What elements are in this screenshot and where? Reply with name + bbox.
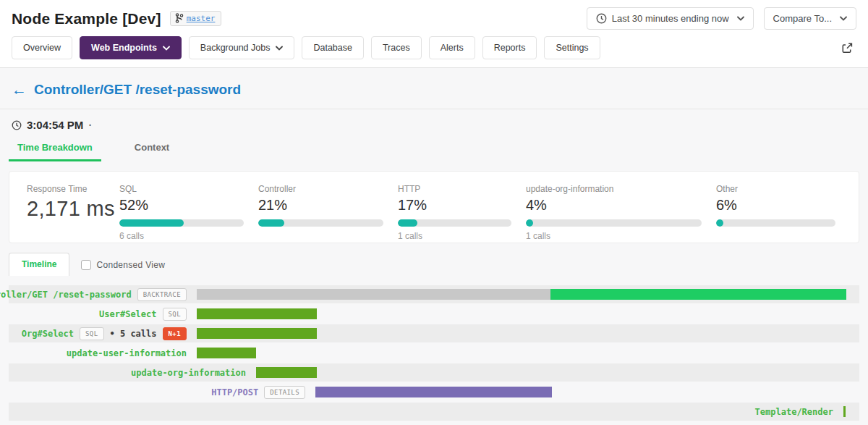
backtrace-badge[interactable]: BACKTRACE: [137, 288, 187, 301]
condensed-view-toggle[interactable]: Condensed View: [81, 260, 165, 270]
timeline-row: Template/Render: [9, 403, 859, 421]
metric-percent: 52%: [119, 197, 244, 214]
metric-percent: 17%: [398, 197, 511, 214]
metric-calls: 1 calls: [526, 231, 702, 241]
timeline-bar-segment[interactable]: [256, 367, 317, 378]
nav-tab-traces[interactable]: Traces: [371, 36, 422, 59]
nav-tab-label: Alerts: [441, 43, 464, 53]
timeline-row-labels: HTTP/POSTDETAILS: [211, 383, 305, 401]
nav-tab-web-endpoints[interactable]: Web Endpoints: [80, 36, 182, 59]
metric-bar-fill: [119, 219, 184, 227]
timeline-row-labels: User#SelectSQL: [99, 305, 187, 323]
timeline-bar-segment[interactable]: [315, 387, 552, 397]
timeline-row: update-user-information: [9, 344, 859, 362]
span-label: HTTP/POST: [211, 387, 258, 397]
condensed-view-label: Condensed View: [96, 260, 165, 270]
timeline-row-labels: Org#SelectSQL• 5 callsN+1: [22, 324, 187, 342]
nav-tab-background-jobs[interactable]: Background Jobs: [189, 36, 295, 59]
response-time-metric: Response Time 2,171 ms: [18, 184, 119, 232]
sql-badge[interactable]: SQL: [80, 327, 103, 340]
timeline-bar-segment[interactable]: [550, 289, 846, 300]
metric-sql: SQL52%6 calls: [119, 184, 258, 232]
nav-tab-label: Reports: [494, 43, 526, 53]
tab-time-breakdown[interactable]: Time Breakdown: [9, 142, 101, 161]
metric-bar-fill: [716, 219, 723, 227]
timeline-row: update-org-information: [9, 363, 859, 382]
metric-label: Controller: [258, 184, 383, 194]
metric-calls: 1 calls: [398, 231, 511, 241]
metric-calls: 6 calls: [119, 231, 244, 241]
metric-bar-fill: [398, 219, 417, 227]
metric-bar-track: [398, 219, 511, 227]
sql-badge[interactable]: SQL: [163, 308, 187, 321]
tab-context[interactable]: Context: [126, 142, 178, 161]
trace-tabs: Time BreakdownContext: [9, 142, 856, 161]
metric-percent: 4%: [526, 197, 702, 214]
timeline-bar-segment[interactable]: [197, 348, 256, 358]
primary-nav: OverviewWeb EndpointsBackground JobsData…: [12, 36, 600, 59]
timeline-bar-segment[interactable]: [197, 289, 550, 300]
timeline-row-labels: update-org-information: [131, 363, 246, 382]
timeline-bar-segment[interactable]: [197, 308, 317, 319]
metric-bar-fill: [258, 219, 284, 227]
nav-tab-database[interactable]: Database: [302, 36, 364, 59]
timeline-row-labels: update-user-information: [67, 344, 187, 362]
timeline-tab[interactable]: Timeline: [9, 253, 69, 276]
nav-tab-alerts[interactable]: Alerts: [429, 36, 475, 59]
time-range-label: Last 30 minutes ending now: [612, 13, 729, 24]
export-icon: [841, 42, 854, 54]
span-label: Org#Select: [22, 329, 74, 339]
metric-percent: 6%: [716, 197, 835, 214]
branch-link[interactable]: master: [187, 14, 216, 23]
metric-calls: [716, 231, 835, 241]
timeline-bar-segment[interactable]: [843, 406, 846, 417]
trace-timestamp: 3:04:54 PM ·: [12, 119, 856, 131]
chevron-down-icon: [163, 46, 170, 51]
nav-tab-overview[interactable]: Overview: [12, 36, 72, 59]
metric-bar-track: [258, 219, 383, 227]
nav-tab-label: Web Endpoints: [91, 43, 157, 53]
details-badge[interactable]: DETAILS: [264, 386, 305, 399]
back-link[interactable]: ←: [12, 83, 27, 96]
nav-tab-label: Settings: [556, 43, 588, 53]
breadcrumb: ← Controller/GET /reset-password: [0, 68, 868, 109]
nav-tab-label: Database: [313, 43, 352, 53]
git-branch-icon: [175, 13, 184, 23]
main-content: ← Controller/GET /reset-password 3:04:54…: [0, 68, 868, 421]
export-button[interactable]: [840, 41, 855, 56]
compare-to-dropdown[interactable]: Compare To...: [764, 7, 856, 30]
nav-tab-label: Background Jobs: [200, 43, 271, 53]
endpoint-title[interactable]: Controller/GET /reset-password: [34, 82, 241, 98]
metric-label: update-org-information: [526, 184, 702, 194]
nav-tab-reports[interactable]: Reports: [482, 36, 537, 59]
metric-update-org-information: update-org-information4%1 calls: [526, 184, 716, 232]
branch-badge[interactable]: master: [170, 11, 222, 26]
timeline-row-labels: Controller/GET /reset-passwordBACKTRACE: [0, 285, 187, 303]
condensed-view-checkbox[interactable]: [81, 260, 91, 270]
compare-to-label: Compare To...: [773, 13, 832, 24]
metric-other: Other6%: [716, 184, 850, 232]
metric-percent: 21%: [258, 197, 383, 214]
metric-http: HTTP17%1 calls: [398, 184, 526, 232]
time-range-dropdown[interactable]: Last 30 minutes ending now: [587, 7, 754, 30]
timeline-bar-segment[interactable]: [197, 328, 317, 339]
nav-tab-settings[interactable]: Settings: [544, 36, 600, 59]
timeline-row: User#SelectSQL: [9, 305, 859, 323]
span-label: Controller/GET /reset-password: [0, 290, 132, 300]
clock-icon: [12, 120, 22, 130]
span-label: Template/Render: [755, 407, 833, 417]
metrics-card: Response Time 2,171 ms SQL52%6 callsCont…: [9, 171, 859, 243]
timeline-row: Controller/GET /reset-passwordBACKTRACE: [9, 285, 859, 303]
span-label: update-user-information: [67, 348, 187, 358]
metric-controller: Controller21%: [258, 184, 398, 232]
page: Node Example [Dev] master Last 30 minute…: [0, 0, 868, 421]
trace-time-suffix: ·: [88, 119, 92, 131]
timeline-row-labels: Template/Render: [755, 403, 833, 421]
trace-time-text: 3:04:54 PM: [27, 119, 83, 131]
n-plus-one-badge[interactable]: N+1: [163, 327, 187, 340]
metric-bar-fill: [526, 219, 533, 227]
span-label: User#Select: [99, 309, 156, 319]
metric-bar-track: [526, 219, 702, 227]
nav-tab-label: Overview: [23, 43, 61, 53]
metric-bar-track: [119, 219, 244, 227]
